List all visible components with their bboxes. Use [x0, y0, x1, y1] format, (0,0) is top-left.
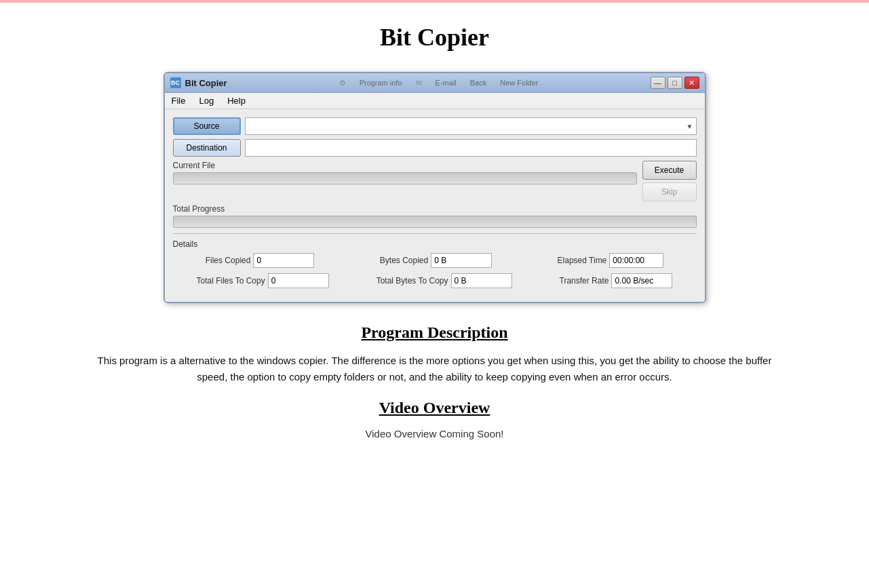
- tab-new-folder[interactable]: New Folder: [500, 79, 538, 87]
- total-progress-bar: [173, 216, 697, 228]
- bytes-copied-value: 0 B: [431, 253, 492, 268]
- tab-program-info[interactable]: Program info: [360, 79, 402, 87]
- elapsed-time-group: Elapsed Time 00:00:00: [558, 253, 664, 268]
- program-description-body: This program is a alternative to the win…: [62, 353, 808, 385]
- file-progress-area: Current File: [173, 161, 637, 190]
- total-bytes-group: Total Bytes To Copy 0 B: [376, 273, 512, 288]
- bytes-copied-group: Bytes Copied 0 B: [380, 253, 492, 268]
- menu-log[interactable]: Log: [199, 96, 214, 106]
- tab-back[interactable]: Back: [470, 79, 486, 87]
- files-copied-group: Files Copied 0: [206, 253, 315, 268]
- file-execute-area: Current File Execute Skip: [173, 161, 697, 201]
- title-bar-left: BC Bit Copier: [170, 77, 227, 88]
- menu-help[interactable]: Help: [227, 96, 246, 106]
- details-row-1: Files Copied 0 Bytes Copied 0 B Elapsed …: [173, 253, 697, 271]
- menu-file[interactable]: File: [172, 96, 186, 106]
- transfer-rate-value: 0.00 B/sec: [611, 273, 672, 288]
- total-files-value: 0: [268, 273, 329, 288]
- current-file-label: Current File: [173, 161, 637, 170]
- elapsed-time-value: 00:00:00: [609, 253, 663, 268]
- details-section: Details Files Copied 0 Bytes Copied 0 B …: [173, 233, 697, 291]
- total-bytes-label: Total Bytes To Copy: [376, 276, 448, 286]
- details-label: Details: [173, 239, 697, 249]
- title-bar: BC Bit Copier ⚙ Program info ✉ E-mail Ba…: [165, 73, 705, 93]
- destination-row: Destination: [173, 139, 697, 157]
- page-title: Bit Copier: [0, 3, 869, 65]
- video-coming-soon-text: Video Overview Coming Soon!: [0, 428, 869, 439]
- destination-button[interactable]: Destination: [173, 139, 241, 157]
- video-overview-heading: Video Overview: [0, 399, 869, 417]
- total-bytes-value: 0 B: [451, 273, 512, 288]
- title-bar-controls: — □ ✕: [651, 77, 699, 89]
- maximize-button[interactable]: □: [668, 77, 682, 89]
- source-button[interactable]: Source: [173, 117, 241, 135]
- source-row: Source ▼: [173, 117, 697, 135]
- close-button[interactable]: ✕: [684, 77, 699, 89]
- skip-button[interactable]: Skip: [642, 182, 697, 201]
- app-window-title: Bit Copier: [185, 78, 227, 88]
- tab2: ✉: [416, 79, 422, 87]
- current-file-progress-bar: [173, 172, 637, 184]
- title-bar-tabs: ⚙ Program info ✉ E-mail Back New Folder: [227, 79, 651, 87]
- program-description-heading: Program Description: [0, 324, 869, 342]
- app-window-container: BC Bit Copier ⚙ Program info ✉ E-mail Ba…: [0, 72, 869, 303]
- tab-email[interactable]: E-mail: [436, 79, 457, 87]
- dropdown-arrow-icon: ▼: [687, 123, 693, 130]
- total-progress-label: Total Progress: [173, 204, 697, 214]
- destination-input[interactable]: [245, 139, 697, 157]
- source-input[interactable]: ▼: [245, 117, 697, 135]
- transfer-rate-group: Transfer Rate 0.00 B/sec: [560, 273, 673, 288]
- app-icon: BC: [170, 77, 181, 88]
- execute-area: Execute Skip: [642, 161, 697, 201]
- tab1: ⚙: [339, 79, 346, 87]
- details-row-2: Total Files To Copy 0 Total Bytes To Cop…: [173, 273, 697, 291]
- bytes-copied-label: Bytes Copied: [380, 256, 428, 265]
- files-copied-label: Files Copied: [206, 256, 251, 265]
- app-window: BC Bit Copier ⚙ Program info ✉ E-mail Ba…: [163, 72, 706, 303]
- app-content: Source ▼ Destination Current File: [165, 109, 705, 302]
- files-copied-value: 0: [253, 253, 314, 268]
- total-files-group: Total Files To Copy 0: [197, 273, 329, 288]
- total-files-label: Total Files To Copy: [197, 276, 265, 286]
- total-progress-area: Total Progress: [173, 204, 697, 228]
- elapsed-time-label: Elapsed Time: [558, 256, 607, 265]
- transfer-rate-label: Transfer Rate: [560, 276, 609, 286]
- execute-button[interactable]: Execute: [642, 161, 697, 180]
- menu-bar: File Log Help: [165, 93, 705, 109]
- minimize-button[interactable]: —: [651, 77, 665, 89]
